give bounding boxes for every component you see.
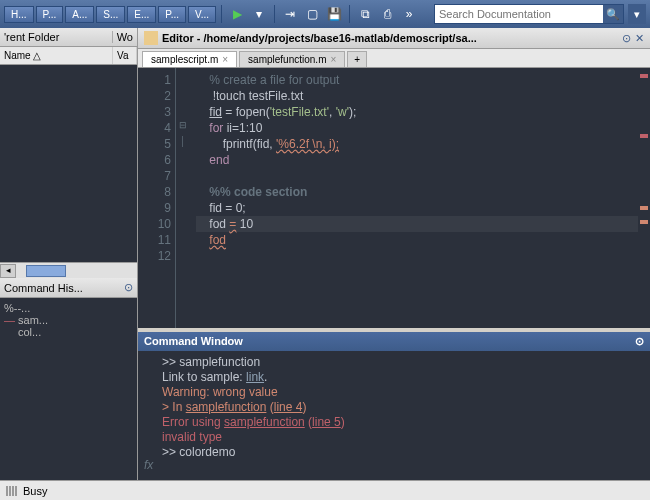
fx-icon[interactable]: fx [144, 355, 162, 476]
workspace-tab[interactable]: Wo [112, 31, 133, 43]
line-number: 7 [138, 168, 171, 184]
close-icon[interactable]: × [222, 54, 228, 65]
separator [274, 5, 275, 23]
ribbon-tab-shortcuts[interactable]: S... [96, 6, 125, 23]
cmd-line: >> colordemo [162, 445, 644, 460]
editor-body: 1 2 3 4 5 6 7 8 9 10 11 12 ⊟ │ [138, 68, 650, 328]
line-number: 4 [138, 120, 171, 136]
line-number: 11 [138, 232, 171, 248]
history-body[interactable]: %--... — sam... col... [0, 298, 137, 480]
command-output: >> samplefunction Link to sample: link. … [162, 355, 644, 476]
save-icon[interactable]: 💾 [324, 4, 344, 24]
line-numbers: 1 2 3 4 5 6 7 8 9 10 11 12 [138, 68, 176, 328]
col-value[interactable]: Va [113, 47, 137, 64]
print-icon[interactable]: ⎙ [377, 4, 397, 24]
error-marker[interactable] [640, 74, 648, 78]
search-input[interactable] [435, 8, 603, 20]
code-line: fod = 10 [196, 216, 638, 232]
horizontal-scrollbar[interactable]: ◂ [0, 262, 137, 278]
history-item[interactable]: %--... [4, 302, 133, 314]
history-item[interactable]: col... [4, 326, 133, 338]
line-number: 6 [138, 152, 171, 168]
link[interactable]: line 4 [274, 400, 303, 414]
code-line: end [196, 152, 638, 168]
left-column: 'rent Folder Wo Name △ Va ◂ Command His.… [0, 28, 138, 480]
tab-label: samplescript.m [151, 54, 218, 65]
cmd-line: >> samplefunction [162, 355, 644, 370]
toolbar-dropdown-icon[interactable]: ▾ [628, 4, 646, 24]
marker-bar [638, 68, 650, 328]
ribbon-tab-publish[interactable]: P... [158, 6, 186, 23]
current-folder-panel: 'rent Folder Wo Name △ Va ◂ [0, 28, 137, 278]
warning-marker[interactable] [640, 220, 648, 224]
new-tab-button[interactable]: + [347, 51, 367, 67]
code-line: fid = 0; [196, 200, 638, 216]
history-item[interactable]: — sam... [4, 314, 133, 326]
link[interactable]: link [246, 370, 264, 384]
warning-marker[interactable] [640, 206, 648, 210]
step-icon[interactable]: ⇥ [280, 4, 300, 24]
ribbon-tab-plots[interactable]: P... [36, 6, 64, 23]
code-line: fprintf(fid, '%6.2f \n, i); [196, 136, 638, 152]
cmd-line: Link to sample: link. [162, 370, 644, 385]
panel-menu-icon[interactable]: ⊙ [635, 335, 644, 348]
line-number: 9 [138, 200, 171, 216]
close-icon[interactable]: × [330, 54, 336, 65]
code-line: for ii=1:10 [196, 120, 638, 136]
editor-panel: Editor - /home/andy/projects/base16-matl… [138, 28, 650, 328]
scroll-left-icon[interactable]: ◂ [0, 264, 16, 278]
separator [221, 5, 222, 23]
error-marker[interactable] [640, 134, 648, 138]
run-icon[interactable]: ▶ [227, 4, 247, 24]
ribbon-tab-home[interactable]: H... [4, 6, 34, 23]
code-line: % create a file for output [196, 72, 638, 88]
fold-icon[interactable]: ⊟ [176, 120, 190, 136]
panel-title: Command Window [144, 335, 243, 348]
editor-title: Editor - /home/andy/projects/base16-matl… [162, 32, 618, 44]
cmd-line: Error using samplefunction (line 5) [162, 415, 644, 430]
copy-icon[interactable]: ⧉ [355, 4, 375, 24]
tab-samplefunction[interactable]: samplefunction.m× [239, 51, 345, 67]
fold-gutter: ⊟ │ [176, 68, 190, 328]
editor-titlebar: Editor - /home/andy/projects/base16-matl… [138, 28, 650, 49]
link[interactable]: samplefunction [186, 400, 267, 414]
tab-samplescript[interactable]: samplescript.m× [142, 51, 237, 67]
command-history-panel: Command His... ⊙ %--... — sam... col... [0, 278, 137, 480]
line-number: 5 [138, 136, 171, 152]
status-text: Busy [23, 485, 47, 497]
separator [349, 5, 350, 23]
code-area[interactable]: % create a file for output !touch testFi… [190, 68, 638, 328]
ribbon-tab-editor[interactable]: E... [127, 6, 156, 23]
command-window-header: Command Window ⊙ [138, 332, 650, 351]
run-dropdown-icon[interactable]: ▾ [249, 4, 269, 24]
ribbon-tab-apps[interactable]: A... [65, 6, 94, 23]
close-icon[interactable]: ✕ [635, 32, 644, 45]
right-column: Editor - /home/andy/projects/base16-matl… [138, 28, 650, 480]
doc-icon[interactable]: ▢ [302, 4, 322, 24]
top-toolbar: H... P... A... S... E... P... V... ▶ ▾ ⇥… [0, 0, 650, 28]
code-line: fid = fopen('testFile.txt', 'w'); [196, 104, 638, 120]
panel-title: 'rent Folder [4, 31, 112, 43]
link[interactable]: samplefunction [224, 415, 305, 429]
link[interactable]: line 5 [312, 415, 341, 429]
folder-listing[interactable] [0, 65, 137, 262]
code-line: %% code section [196, 184, 638, 200]
ribbon-tab-view[interactable]: V... [188, 6, 216, 23]
col-name[interactable]: Name △ [0, 47, 113, 64]
scroll-thumb[interactable] [26, 265, 66, 277]
cmd-line: > In samplefunction (line 4) [162, 400, 644, 415]
current-folder-header: 'rent Folder Wo [0, 28, 137, 47]
command-window-panel: Command Window ⊙ fx >> samplefunction Li… [138, 328, 650, 480]
tab-label: samplefunction.m [248, 54, 326, 65]
panel-menu-icon[interactable]: ⊙ [124, 281, 133, 294]
code-line: fod [196, 232, 638, 248]
status-bar: Busy [0, 480, 650, 500]
history-header: Command His... ⊙ [0, 278, 137, 298]
search-icon[interactable]: 🔍 [603, 5, 623, 23]
code-line: !touch testFile.txt [196, 88, 638, 104]
cmd-line: Warning: wrong value [162, 385, 644, 400]
panel-menu-icon[interactable]: ⊙ [622, 32, 631, 45]
search-documentation[interactable]: 🔍 [434, 4, 624, 24]
more-icon[interactable]: » [399, 4, 419, 24]
command-window-body[interactable]: fx >> samplefunction Link to sample: lin… [138, 351, 650, 480]
